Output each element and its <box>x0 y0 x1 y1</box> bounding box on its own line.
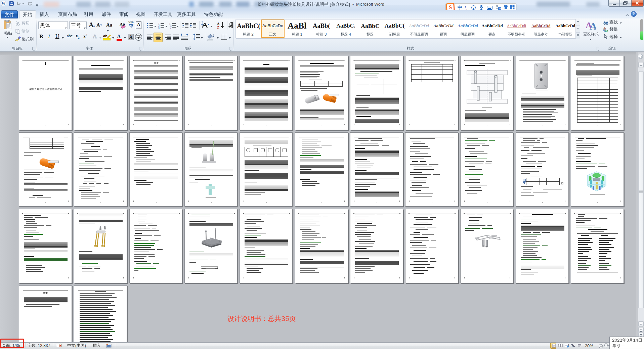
svg-text:22: 22 <box>498 7 501 10</box>
svg-text:i: i <box>170 27 171 29</box>
svg-text:A: A <box>217 22 220 26</box>
svg-text:A: A <box>590 20 596 30</box>
svg-text:3: 3 <box>158 27 160 29</box>
svg-text:Z: Z <box>217 26 219 29</box>
svg-text:wén: wén <box>128 20 134 24</box>
svg-text:ac: ac <box>605 29 608 32</box>
svg-text:A: A <box>117 34 121 39</box>
svg-text:ab: ab <box>103 34 108 38</box>
svg-text:a: a <box>170 25 172 27</box>
